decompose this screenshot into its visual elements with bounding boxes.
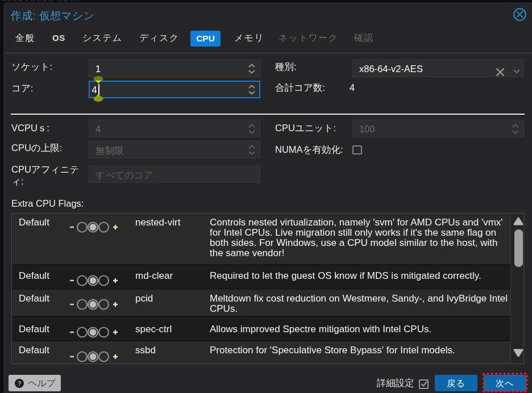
- svg-text:?: ?: [18, 380, 22, 387]
